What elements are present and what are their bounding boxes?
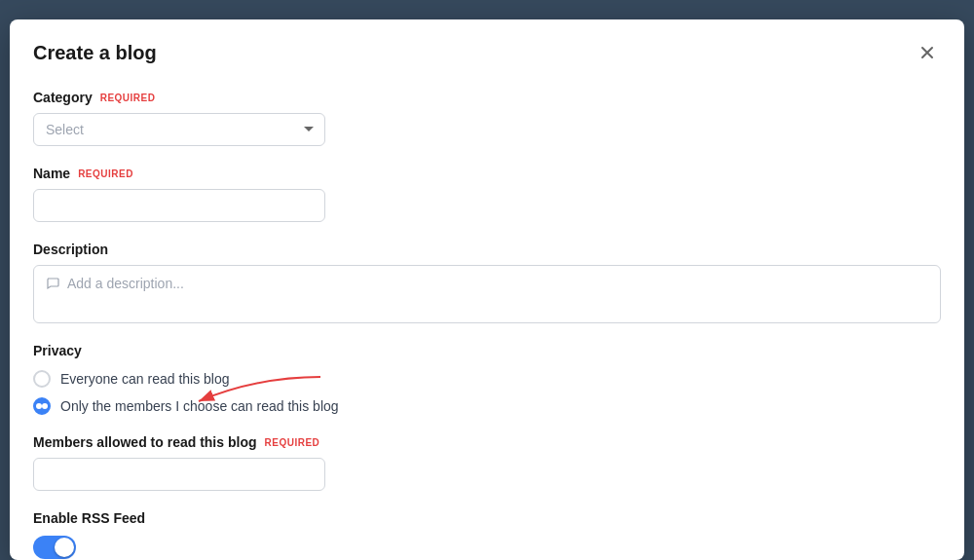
- rss-section: Enable RSS Feed Allow this blog to be sy…: [33, 510, 941, 560]
- privacy-option-members[interactable]: Only the members I choose can read this …: [33, 397, 941, 415]
- privacy-members-label: Only the members I choose can read this …: [60, 398, 339, 414]
- privacy-radio-group: Everyone can read this blog Only the mem…: [33, 370, 941, 415]
- name-input[interactable]: [33, 189, 325, 222]
- privacy-label: Privacy: [33, 343, 941, 358]
- members-allowed-required: REQUIRED: [264, 437, 319, 448]
- rss-label: Enable RSS Feed: [33, 510, 941, 526]
- category-group: Category REQUIRED Select: [33, 90, 941, 146]
- category-label: Category REQUIRED: [33, 90, 941, 105]
- members-allowed-label: Members allowed to read this blog REQUIR…: [33, 434, 941, 450]
- description-icon: [46, 277, 59, 293]
- modal-body: Category REQUIRED Select Name REQUIRED D…: [10, 82, 964, 560]
- privacy-group: Privacy Everyone can read: [33, 343, 941, 415]
- create-blog-modal: Create a blog Category REQUIRED Select: [10, 19, 964, 560]
- chat-icon: [46, 277, 59, 290]
- description-group: Description Add a description...: [33, 242, 941, 323]
- privacy-option-everyone[interactable]: Everyone can read this blog: [33, 370, 941, 388]
- name-label: Name REQUIRED: [33, 166, 941, 181]
- close-button[interactable]: [914, 39, 941, 66]
- category-required: REQUIRED: [100, 93, 156, 103]
- description-placeholder: Add a description...: [67, 276, 184, 291]
- members-allowed-input[interactable]: [33, 458, 325, 491]
- name-required: REQUIRED: [78, 168, 133, 179]
- description-textarea[interactable]: Add a description...: [33, 265, 941, 323]
- rss-toggle[interactable]: [33, 536, 76, 559]
- description-label: Description: [33, 242, 941, 257]
- close-icon: [918, 43, 937, 62]
- members-allowed-group: Members allowed to read this blog REQUIR…: [33, 434, 941, 491]
- category-select[interactable]: Select: [33, 113, 325, 146]
- privacy-everyone-label: Everyone can read this blog: [60, 371, 230, 387]
- modal-header: Create a blog: [10, 19, 964, 82]
- toggle-knob: [55, 538, 74, 557]
- modal-title: Create a blog: [33, 42, 157, 64]
- radio-everyone[interactable]: [33, 370, 51, 388]
- modal-backdrop: Create a blog Category REQUIRED Select: [0, 0, 974, 560]
- rss-toggle-wrapper: [33, 536, 941, 559]
- radio-members[interactable]: [33, 397, 51, 415]
- name-group: Name REQUIRED: [33, 166, 941, 222]
